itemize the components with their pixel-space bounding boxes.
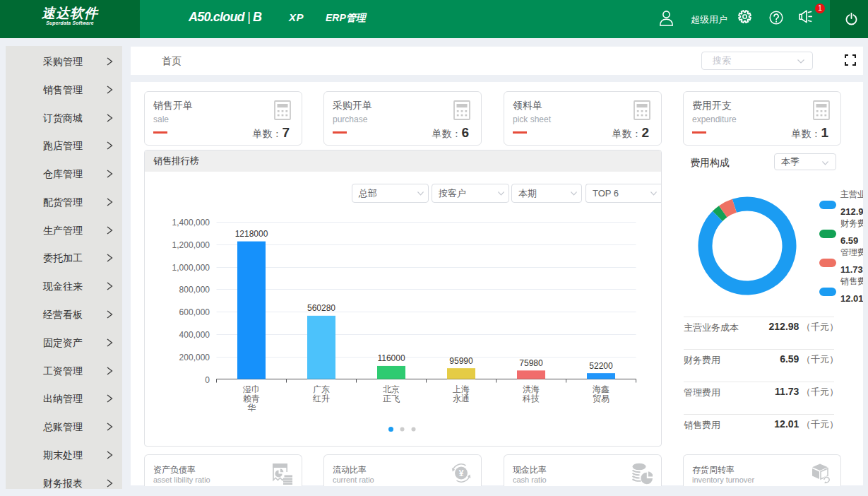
svg-text:95990: 95990 — [449, 356, 473, 366]
svg-text:1,400,000: 1,400,000 — [172, 218, 210, 228]
svg-text:116000: 116000 — [377, 353, 405, 363]
svg-text:北京: 北京 — [383, 384, 400, 394]
svg-text:华: 华 — [247, 403, 256, 413]
svg-text:400,000: 400,000 — [179, 330, 210, 340]
svg-text:广东: 广东 — [313, 384, 330, 394]
svg-text:75980: 75980 — [519, 358, 543, 368]
svg-text:湿巾: 湿巾 — [242, 384, 260, 394]
svg-text:贸易: 贸易 — [593, 394, 610, 403]
svg-text:红升: 红升 — [312, 394, 330, 403]
svg-text:800,000: 800,000 — [179, 285, 210, 295]
svg-text:科技: 科技 — [522, 394, 540, 403]
svg-text:永通: 永通 — [453, 394, 470, 403]
svg-text:0: 0 — [205, 375, 210, 385]
svg-text:洪海: 洪海 — [523, 384, 540, 394]
svg-text:正飞: 正飞 — [383, 394, 400, 403]
svg-text:1,200,000: 1,200,000 — [172, 240, 210, 250]
svg-text:560280: 560280 — [307, 303, 335, 313]
svg-text:1,000,000: 1,000,000 — [172, 263, 210, 273]
svg-text:¥: ¥ — [459, 468, 464, 478]
svg-text:上海: 上海 — [453, 384, 470, 394]
svg-text:200,000: 200,000 — [179, 353, 210, 362]
svg-text:赖青: 赖青 — [243, 394, 260, 403]
svg-text:海鑫: 海鑫 — [593, 384, 610, 394]
svg-text:1218000: 1218000 — [235, 229, 268, 239]
svg-text:600,000: 600,000 — [179, 307, 210, 317]
svg-text:52200: 52200 — [589, 361, 613, 371]
